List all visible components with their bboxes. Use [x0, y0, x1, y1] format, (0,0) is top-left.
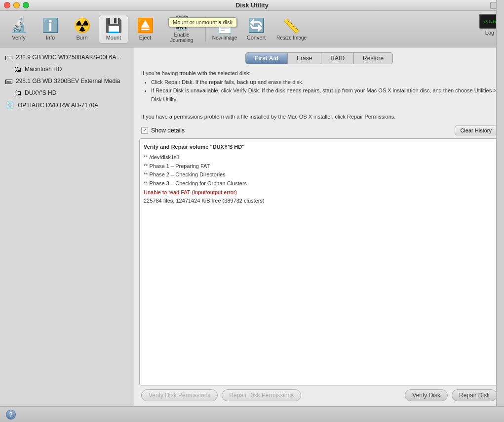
sidebar-item-disk1[interactable]: 🖴 232.9 GB WDC WD2500AAKS-00L6A...: [0, 51, 134, 63]
show-details-label: Show details: [151, 127, 185, 134]
info-bullet-2: If Repair Disk is unavailable, click Ver…: [151, 86, 497, 104]
toolbar-info-button[interactable]: ℹ️ Info: [36, 15, 65, 43]
resize-image-icon: 📏: [283, 18, 300, 34]
log-entry-2: ** Phase 2 – Checking Directories: [144, 170, 495, 179]
enable-journaling-label: Enable Journaling: [164, 32, 199, 43]
toolbar-eject-button[interactable]: ⏏️ Eject: [130, 15, 160, 43]
resize-image-label: Resize Image: [276, 35, 307, 41]
info-paragraph: If you're having trouble with the select…: [141, 69, 497, 78]
tab-first-aid-label: First Aid: [255, 55, 278, 62]
tab-raid-label: RAID: [330, 55, 345, 62]
new-image-label: New Image: [212, 35, 237, 41]
burn-label: Burn: [76, 35, 87, 41]
toolbar-convert-button[interactable]: 🔄 Convert: [241, 15, 271, 43]
toolbar-mount-button[interactable]: 💾 Mount Mount or unmount a disk: [99, 15, 128, 43]
repair-disk-permissions-button[interactable]: Repair Disk Permissions: [222, 389, 301, 401]
bottom-right-buttons: Verify Disk Repair Disk: [405, 389, 497, 401]
info-label: Info: [46, 35, 55, 41]
volume-icon-duxy: 🗂: [14, 88, 22, 97]
toolbar-burn-button[interactable]: ☢️ Burn: [67, 15, 97, 43]
clear-history-button[interactable]: Clear History: [455, 126, 497, 135]
mount-tooltip: Mount or unmount a disk: [168, 17, 237, 27]
dvd-icon: 💿: [5, 100, 15, 110]
info-text: If you're having trouble with the select…: [139, 69, 499, 122]
content-area: First Aid Erase RAID Restore If you're h…: [134, 47, 504, 406]
scroll-hint: [496, 0, 504, 422]
disk2-label: 298.1 GB WD 3200BEV External Media: [16, 78, 120, 84]
tab-restore[interactable]: Restore: [354, 53, 392, 64]
window-title: Disk Utility: [235, 1, 269, 9]
main-area: 🖴 232.9 GB WDC WD2500AAKS-00L6A... 🗂 Mac…: [0, 47, 504, 406]
info-icon: ℹ️: [42, 17, 59, 34]
sidebar-item-dvd[interactable]: 💿 OPTIARC DVD RW AD-7170A: [0, 99, 134, 111]
sidebar: 🖴 232.9 GB WDC WD2500AAKS-00L6A... 🗂 Mac…: [0, 47, 134, 406]
verify-disk-button[interactable]: Verify Disk: [405, 389, 448, 401]
log-entry-3: ** Phase 3 – Checking for Orphan Cluster…: [144, 179, 495, 188]
mount-icon: 💾: [105, 17, 122, 34]
log-label: Log: [485, 30, 494, 36]
convert-label: Convert: [247, 35, 266, 41]
log-area: Verify and Repair volume "DUXY'S HD" ** …: [139, 138, 499, 385]
log-version: v7.3.84: [483, 20, 496, 23]
toolbar: 🔬 Verify ℹ️ Info ☢️ Burn 💾 Mount Mount o…: [0, 11, 504, 47]
mount-label: Mount: [106, 35, 121, 41]
verify-label: Verify: [12, 35, 26, 41]
log-entry-1: ** Phase 1 – Preparing FAT: [144, 162, 495, 171]
minimize-button[interactable]: [13, 2, 20, 8]
tab-first-aid[interactable]: First Aid: [246, 53, 288, 64]
close-button[interactable]: [4, 2, 10, 8]
log-entry-0: ** /dev/disk1s1: [144, 153, 495, 162]
eject-label: Eject: [139, 35, 151, 41]
dvd-label: OPTIARC DVD RW AD-7170A: [18, 102, 98, 109]
help-button[interactable]: ?: [6, 410, 16, 420]
log-title: Verify and Repair volume "DUXY'S HD": [144, 143, 495, 152]
info-paragraph2: If you have a permissions problem with a…: [141, 113, 497, 122]
tab-restore-label: Restore: [363, 55, 384, 62]
title-bar: Disk Utility: [0, 0, 504, 11]
window-controls: [4, 2, 29, 8]
verify-disk-permissions-button[interactable]: Verify Disk Permissions: [141, 389, 218, 401]
macintosh-hd-label: Macintosh HD: [25, 66, 62, 73]
bottom-left-buttons: Verify Disk Permissions Repair Disk Perm…: [141, 389, 301, 401]
verify-icon: 🔬: [10, 17, 28, 34]
external-hdd-icon: 🖴: [5, 77, 13, 85]
tab-group: First Aid Erase RAID Restore: [245, 52, 393, 64]
convert-icon: 🔄: [248, 17, 265, 34]
disk1-label: 232.9 GB WDC WD2500AAKS-00L6A...: [16, 54, 121, 61]
toolbar-verify-button[interactable]: 🔬 Verify: [4, 15, 34, 43]
show-details-row: ✓ Show details Clear History: [139, 126, 499, 135]
volume-icon-macintosh: 🗂: [14, 65, 22, 74]
burn-icon: ☢️: [74, 17, 91, 34]
show-details-checkbox[interactable]: ✓: [141, 127, 148, 134]
eject-icon: ⏏️: [137, 17, 154, 34]
tab-erase-label: Erase: [297, 55, 312, 62]
status-bar: ?: [0, 406, 504, 422]
repair-disk-button[interactable]: Repair Disk: [452, 389, 497, 401]
show-details-left: ✓ Show details: [141, 127, 185, 134]
bottom-bar: Verify Disk Permissions Repair Disk Perm…: [139, 385, 499, 401]
toolbar-resize-image-button[interactable]: 📏 Resize Image: [273, 15, 310, 43]
sidebar-item-duxys-hd[interactable]: 🗂 DUXY'S HD: [0, 87, 134, 99]
log-entry-5: 225784 files, 12471424 KiB free (389732 …: [144, 197, 495, 206]
sidebar-item-macintosh-hd[interactable]: 🗂 Macintosh HD: [0, 63, 134, 75]
tab-erase[interactable]: Erase: [288, 53, 321, 64]
tab-raid[interactable]: RAID: [321, 53, 354, 64]
info-bullet-1: Click Repair Disk. If the repair fails, …: [151, 78, 497, 87]
maximize-button[interactable]: [23, 2, 29, 8]
sidebar-item-disk2[interactable]: 🖴 298.1 GB WD 3200BEV External Media: [0, 75, 134, 87]
hdd-icon: 🖴: [5, 53, 13, 62]
duxys-hd-label: DUXY'S HD: [25, 89, 56, 96]
tab-bar: First Aid Erase RAID Restore: [139, 52, 499, 64]
log-entry-error: Unable to read FAT (Input/output error): [144, 188, 495, 197]
